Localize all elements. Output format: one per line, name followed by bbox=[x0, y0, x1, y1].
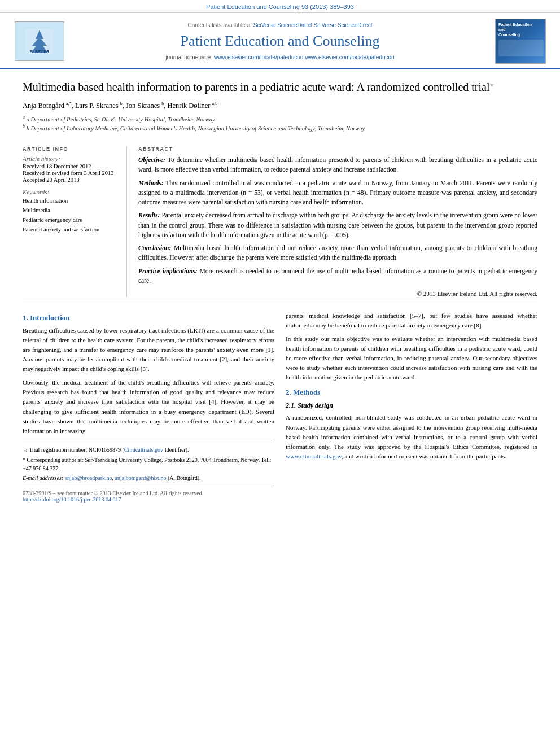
copyright-line: © 2013 Elsevier Ireland Ltd. All rights … bbox=[138, 290, 537, 297]
conclusion-text: Multimedia based health information did … bbox=[138, 244, 537, 261]
article-body: Multimedia based health information to p… bbox=[0, 69, 560, 514]
journal-thumbnail-container: Patient EducationandCounseling bbox=[492, 19, 549, 64]
keyword-3: Pediatric emergency care bbox=[23, 216, 119, 225]
methods-label: Methods: bbox=[138, 180, 164, 186]
journal-citation: Patient Education and Counseling 93 (201… bbox=[206, 3, 354, 10]
footnote-trial: ☆ Trial registration number; NCI01659879… bbox=[23, 445, 274, 454]
received-date: Received 18 December 2012 bbox=[23, 163, 119, 169]
elsevier-logo: ELSEVIER bbox=[15, 21, 64, 61]
methods-text: This randomized controlled trial was con… bbox=[138, 180, 537, 206]
footnote-section: ☆ Trial registration number; NCI01659879… bbox=[23, 442, 274, 482]
main-content: 1. Introduction Breathing difficulties c… bbox=[23, 311, 537, 514]
clinicaltrials-link[interactable]: Clinicaltrials.gov bbox=[124, 447, 163, 453]
abstract-practice: Practice implications: More research is … bbox=[138, 267, 537, 286]
doi-url[interactable]: http://dx.doi.org/10.1016/j.pec.2013.04.… bbox=[23, 496, 121, 503]
article-main-title: Multimedia based health information to p… bbox=[23, 80, 537, 94]
and-word: and bbox=[344, 453, 353, 460]
top-bar: Patient Education and Counseling 93 (201… bbox=[0, 0, 560, 13]
doi-section: 0738-3991/$ – see front matter © 2013 El… bbox=[23, 486, 274, 503]
elsevier-tree-icon: ELSEVIER bbox=[25, 29, 54, 54]
keyword-2: Multimedia bbox=[23, 206, 119, 216]
section-divider bbox=[23, 302, 537, 302]
than-word: and bbox=[245, 418, 254, 425]
header-section: ELSEVIER Contents lists available at Sci… bbox=[0, 13, 560, 69]
elsevier-logo-container: ELSEVIER bbox=[11, 19, 68, 64]
affiliation-a: a a Department of Pediatrics, St. Olav's… bbox=[23, 115, 537, 123]
keyword-4: Parental anxiety and satisfaction bbox=[23, 225, 119, 235]
authors-line: Anja Botngård a,*, Lars P. Skranes b, Jo… bbox=[23, 101, 537, 110]
main-col-left: 1. Introduction Breathing difficulties c… bbox=[23, 311, 274, 503]
svg-text:ELSEVIER: ELSEVIER bbox=[30, 50, 50, 54]
footnote-corresponding: * Corresponding author at: Sør-Trøndelag… bbox=[23, 456, 274, 473]
journal-thumbnail: Patient EducationandCounseling bbox=[495, 19, 546, 64]
keyword-1: Health information bbox=[23, 196, 119, 206]
conclusion-label: Conclusion: bbox=[138, 244, 171, 251]
main-col-right: parents' medical knowledge and satisfact… bbox=[286, 311, 537, 503]
sciverse-link-text[interactable]: SciVerse ScienceDirect bbox=[313, 22, 372, 28]
abstract-header: ABSTRACT bbox=[138, 146, 537, 152]
two-column-info: ARTICLE INFO Article history: Received 1… bbox=[23, 146, 537, 297]
practice-label: Practice implications: bbox=[138, 268, 198, 274]
results-label: Results: bbox=[138, 212, 160, 219]
article-info-header: ARTICLE INFO bbox=[23, 146, 119, 152]
email-2[interactable]: anja.botngard@hist.no bbox=[115, 475, 167, 481]
methods-paragraph-1: A randomized, controlled, non-blinded st… bbox=[286, 413, 537, 461]
article-info-col: ARTICLE INFO Article history: Received 1… bbox=[23, 146, 127, 297]
article-title-section: Multimedia based health information to p… bbox=[23, 69, 537, 138]
intro-paragraph-3: In this study our main objective was to … bbox=[286, 334, 537, 382]
abstract-objective: Objective: To determine whether multimed… bbox=[138, 155, 537, 175]
objective-text: To determine whether multimedia based he… bbox=[138, 156, 537, 173]
abstract-col: ABSTRACT Objective: To determine whether… bbox=[138, 146, 537, 297]
accepted-date: Accepted 20 April 2013 bbox=[23, 177, 119, 183]
homepage-url-text[interactable]: www.elsevier.com/locate/pateducou bbox=[305, 54, 394, 60]
clinicaltrials-gov-link[interactable]: www.clinicaltrials.gov bbox=[286, 453, 342, 460]
practice-text: More research is needed to recommend the… bbox=[138, 268, 537, 284]
homepage-url[interactable]: www.elsevier.com/locate/pateducou bbox=[214, 54, 303, 60]
intro-continuation: parents' medical knowledge and satisfact… bbox=[286, 311, 537, 330]
header-center: Contents lists available at SciVerse Sci… bbox=[73, 19, 487, 64]
abstract-results: Results: Parental anxiety decreased from… bbox=[138, 211, 537, 240]
keywords-section: Keywords: Health information Multimedia … bbox=[23, 189, 119, 234]
results-text: Parental anxiety decreased from arrival … bbox=[138, 212, 537, 238]
keywords-label: Keywords: bbox=[23, 189, 119, 195]
email-1[interactable]: anjab@broadpark.no bbox=[65, 475, 112, 481]
methods-title: 2. Methods bbox=[286, 388, 537, 397]
sciverse-link[interactable]: SciVerse ScienceDirect bbox=[253, 22, 312, 28]
article-history-label: Article history: bbox=[23, 155, 119, 162]
objective-label: Objective: bbox=[138, 156, 165, 163]
introduction-title: 1. Introduction bbox=[23, 313, 274, 322]
journal-title: Patient Education and Counseling bbox=[180, 33, 379, 50]
revised-date: Received in revised form 3 April 2013 bbox=[23, 170, 119, 176]
affiliation-b: b b Department of Laboratory Medicine, C… bbox=[23, 124, 537, 132]
doi-link[interactable]: http://dx.doi.org/10.1016/j.pec.2013.04.… bbox=[23, 496, 274, 503]
intro-paragraph-1: Breathing difficulties caused by lower r… bbox=[23, 326, 274, 374]
issn-line: 0738-3991/$ – see front matter © 2013 El… bbox=[23, 490, 274, 496]
footnote-email: E-mail addresses: anjab@broadpark.no, an… bbox=[23, 474, 274, 482]
journal-homepage: journal homepage: www.elsevier.com/locat… bbox=[165, 54, 394, 60]
abstract-conclusion: Conclusion: Multimedia based health info… bbox=[138, 243, 537, 263]
abstract-methods: Methods: This randomized controlled tria… bbox=[138, 178, 537, 208]
intro-paragraph-2: Obviously, the medical treatment of the … bbox=[23, 378, 274, 435]
sciverse-line: Contents lists available at SciVerse Sci… bbox=[188, 22, 373, 28]
methods-subsection-title: 2.1. Study design bbox=[286, 401, 537, 410]
